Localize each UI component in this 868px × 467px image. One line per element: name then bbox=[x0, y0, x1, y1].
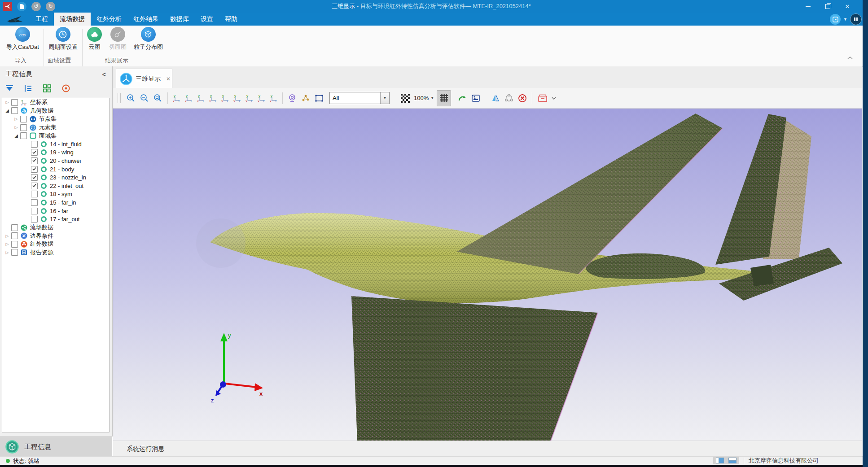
tree-checkbox[interactable] bbox=[31, 149, 38, 156]
ring-nodes-button[interactable] bbox=[502, 91, 516, 106]
select-box-button[interactable] bbox=[312, 91, 326, 106]
theme-icon[interactable] bbox=[830, 14, 841, 25]
tree-checkbox[interactable] bbox=[31, 141, 38, 148]
new-file-icon[interactable] bbox=[17, 2, 26, 11]
tree-item-报告资源[interactable]: ▷报告资源 bbox=[2, 249, 109, 257]
tree-item-label[interactable]: 20 - chuiwei bbox=[50, 157, 81, 164]
tree-item-label[interactable]: 14 - int_fluid bbox=[50, 141, 82, 148]
tree-item-坐标系[interactable]: ▷Yzx坐标系 bbox=[2, 98, 109, 107]
grid-toggle-button[interactable] bbox=[437, 90, 451, 106]
minimize-button[interactable] bbox=[798, 0, 818, 13]
view-front-button[interactable]: yxz bbox=[171, 91, 183, 106]
tree-item-19---wing[interactable]: 19 - wing bbox=[2, 148, 109, 157]
layout-bottom-panel-icon[interactable] bbox=[728, 458, 736, 463]
tree-item-17---far_out[interactable]: 17 - far_out bbox=[2, 215, 109, 223]
zoom-out-button[interactable] bbox=[138, 91, 151, 106]
tree-checkbox[interactable] bbox=[31, 183, 38, 189]
package-dropdown-icon[interactable] bbox=[551, 95, 557, 101]
tree-checkbox[interactable] bbox=[31, 208, 38, 214]
tree-checkbox[interactable] bbox=[31, 216, 38, 223]
tree-item-红外数据[interactable]: ▷红外数据 bbox=[2, 240, 109, 249]
molecule-button[interactable] bbox=[299, 91, 312, 106]
tree-checkbox[interactable] bbox=[11, 241, 18, 248]
tree-item-label[interactable]: 节点集 bbox=[39, 115, 57, 123]
forward-button[interactable] bbox=[456, 91, 469, 106]
tree-item-label[interactable]: 16 - far bbox=[50, 208, 68, 214]
tree-item-16---far[interactable]: 16 - far bbox=[2, 207, 109, 215]
tree-checkbox[interactable] bbox=[11, 249, 18, 256]
tree-item-流场数据[interactable]: 流场数据 bbox=[2, 223, 109, 232]
collapse-arrow-icon[interactable]: ◢ bbox=[4, 108, 10, 113]
tree-item-几何数据[interactable]: ◢几何数据 bbox=[2, 107, 109, 115]
tree-item-label[interactable]: 23 - nozzle_in bbox=[50, 174, 86, 181]
list-tool-icon[interactable] bbox=[23, 83, 33, 93]
tree-checkbox[interactable] bbox=[11, 224, 18, 231]
tree-checkbox[interactable] bbox=[31, 157, 38, 164]
menu-item-7[interactable]: 帮助 bbox=[219, 13, 243, 26]
tree-checkbox[interactable] bbox=[11, 107, 18, 114]
zoom-in-button[interactable] bbox=[124, 91, 138, 106]
tree-checkbox[interactable] bbox=[20, 132, 27, 139]
view-bottom-button[interactable]: yxz bbox=[231, 91, 243, 106]
tree-item-label[interactable]: 坐标系 bbox=[30, 98, 48, 106]
tree-checkbox[interactable] bbox=[31, 191, 38, 197]
delete-button[interactable] bbox=[516, 91, 529, 106]
package-button[interactable] bbox=[535, 91, 550, 106]
zoom-level-dropdown[interactable]: 100%▼ bbox=[414, 95, 434, 101]
tree-item-label[interactable]: 红外数据 bbox=[30, 240, 53, 248]
tree-item-23---nozzle_in[interactable]: 23 - nozzle_in bbox=[2, 173, 109, 182]
redo-icon[interactable]: ↻ bbox=[46, 2, 55, 11]
menu-item-2[interactable]: 流场数据 bbox=[54, 13, 91, 26]
tree-item-22---inlet_out[interactable]: 22 - inlet_out bbox=[2, 182, 109, 190]
project-info-footer-button[interactable]: 工程信息 bbox=[0, 436, 112, 457]
expand-arrow-icon[interactable]: ▷ bbox=[4, 100, 10, 105]
menu-item-3[interactable]: 红外分析 bbox=[91, 13, 127, 26]
tree-item-面域集[interactable]: ◢面域集 bbox=[2, 131, 109, 140]
viewport-canvas[interactable]: y x z bbox=[113, 109, 862, 441]
menu-item-5[interactable]: 数据库 bbox=[164, 13, 195, 26]
view-top-button[interactable]: yxz bbox=[219, 91, 231, 106]
tab-close-icon[interactable]: ✕ bbox=[166, 76, 171, 82]
grid-tool-icon[interactable] bbox=[42, 83, 52, 93]
tree-item-label[interactable]: 流场数据 bbox=[30, 223, 53, 231]
account-icon[interactable] bbox=[850, 13, 862, 25]
tree-item-label[interactable]: 面域集 bbox=[39, 132, 57, 140]
view-iso-button[interactable]: yxz bbox=[243, 91, 255, 106]
expand-arrow-icon[interactable]: ▷ bbox=[13, 125, 19, 130]
filter-tool-icon[interactable] bbox=[4, 83, 14, 93]
menu-item-6[interactable]: 设置 bbox=[195, 13, 219, 26]
expand-arrow-icon[interactable]: ▷ bbox=[4, 242, 10, 246]
tree-item-label[interactable]: 几何数据 bbox=[30, 107, 53, 115]
view-rotate-cw-button[interactable]: yxz bbox=[267, 91, 280, 106]
tree-item-label[interactable]: 22 - inlet_out bbox=[50, 183, 83, 189]
collapse-arrow-icon[interactable]: ◢ bbox=[13, 133, 19, 138]
combo-dropdown-icon[interactable]: ▼ bbox=[380, 92, 389, 104]
tree-checkbox[interactable] bbox=[20, 124, 27, 131]
tree-item-20---chuiwei[interactable]: 20 - chuiwei bbox=[2, 157, 109, 165]
tree-item-label[interactable]: 21 - body bbox=[50, 166, 74, 173]
transparency-checker-button[interactable] bbox=[399, 91, 412, 106]
tree-checkbox[interactable] bbox=[31, 199, 38, 206]
tree-checkbox[interactable] bbox=[31, 174, 38, 181]
app-icon[interactable] bbox=[3, 2, 12, 11]
tree-item-18---sym[interactable]: 18 - sym bbox=[2, 190, 109, 199]
tree-item-21---body[interactable]: 21 - body bbox=[2, 165, 109, 174]
mirror-button[interactable] bbox=[489, 91, 502, 106]
tree-item-label[interactable]: 元素集 bbox=[39, 123, 57, 131]
tree-item-label[interactable]: 报告资源 bbox=[30, 249, 53, 257]
export-image-button[interactable] bbox=[469, 91, 482, 106]
chevron-down-icon[interactable]: ▼ bbox=[843, 17, 847, 22]
tree-item-14---int_fluid[interactable]: 14 - int_fluid bbox=[2, 140, 109, 148]
view-back-button[interactable]: yxz bbox=[183, 91, 195, 106]
zoom-fit-button[interactable] bbox=[151, 91, 165, 106]
view-right-button[interactable]: yxz bbox=[207, 91, 219, 106]
tab-3d-display[interactable]: 三维显示 ✕ bbox=[116, 69, 172, 88]
expand-arrow-icon[interactable]: ▷ bbox=[13, 117, 19, 121]
tree-item-label[interactable]: 边界条件 bbox=[30, 232, 53, 240]
expand-arrow-icon[interactable]: ▷ bbox=[4, 250, 10, 255]
view-rotate-ccw-button[interactable]: yxz bbox=[255, 91, 267, 106]
undo-icon[interactable]: ↺ bbox=[31, 2, 41, 11]
collapse-ribbon-icon[interactable] bbox=[847, 54, 853, 61]
tree-checkbox[interactable] bbox=[11, 99, 18, 106]
probe-button[interactable] bbox=[285, 91, 299, 106]
